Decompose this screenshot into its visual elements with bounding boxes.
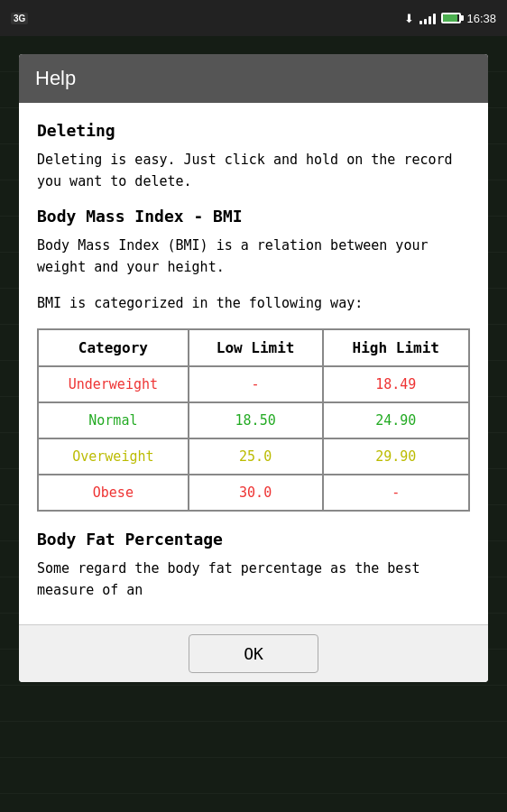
signal-bars	[419, 12, 436, 24]
col-header-category: Category	[38, 329, 189, 366]
bmi-heading: Body Mass Index - BMI	[37, 207, 470, 226]
table-row: Normal 18.50 24.90	[38, 402, 469, 438]
low-overweight: 25.0	[189, 438, 323, 475]
deleting-text: Deleting is easy. Just click and hold on…	[37, 149, 470, 192]
body-fat-heading: Body Fat Percentage	[37, 530, 470, 549]
dialog-footer: OK	[19, 624, 488, 682]
signal-bar-2	[424, 19, 427, 24]
table-row: Obese 30.0 -	[38, 475, 469, 511]
col-header-high: High Limit	[323, 329, 469, 366]
signal-bar-3	[429, 16, 431, 24]
status-bar: 3G ⬇ 16:38	[0, 0, 507, 36]
bmi-section: Body Mass Index - BMI Body Mass Index (B…	[37, 207, 470, 314]
battery-icon	[441, 13, 461, 23]
col-header-low: Low Limit	[189, 329, 323, 366]
dialog-overlay: Help Deleting Deleting is easy. Just cli…	[0, 36, 507, 812]
table-header-row: Category Low Limit High Limit	[38, 329, 469, 366]
high-underweight: 18.49	[323, 366, 469, 402]
table-row: Underweight - 18.49	[38, 366, 469, 402]
3g-icon: 3G	[11, 13, 28, 24]
low-obese: 30.0	[189, 475, 323, 511]
ok-button[interactable]: OK	[189, 634, 318, 673]
high-overweight: 29.90	[323, 438, 469, 475]
high-normal: 24.90	[323, 402, 469, 438]
bmi-text2: BMI is categorized in the following way:	[37, 292, 470, 314]
deleting-section: Deleting Deleting is easy. Just click an…	[37, 121, 470, 192]
low-underweight: -	[189, 366, 323, 402]
high-obese: -	[323, 475, 469, 511]
category-normal: Normal	[38, 402, 189, 438]
body-fat-text: Some regard the body fat percentage as t…	[37, 558, 470, 601]
category-overweight: Overweight	[38, 438, 189, 475]
dialog-header: Help	[19, 54, 488, 103]
status-right: ⬇ 16:38	[404, 12, 496, 25]
category-underweight: Underweight	[38, 366, 189, 402]
signal-bar-1	[419, 21, 422, 24]
dialog-content: Deleting Deleting is easy. Just click an…	[19, 103, 488, 624]
signal-bar-4	[433, 14, 436, 24]
body-fat-section: Body Fat Percentage Some regard the body…	[37, 530, 470, 601]
low-normal: 18.50	[189, 402, 323, 438]
download-icon: ⬇	[404, 12, 414, 25]
dialog-title: Help	[35, 67, 76, 89]
help-dialog: Help Deleting Deleting is easy. Just cli…	[19, 54, 488, 682]
category-obese: Obese	[38, 475, 189, 511]
bmi-table: Category Low Limit High Limit Underweigh…	[37, 328, 470, 512]
deleting-heading: Deleting	[37, 121, 470, 140]
status-left: 3G	[11, 13, 28, 24]
table-row: Overweight 25.0 29.90	[38, 438, 469, 475]
clock: 16:38	[466, 12, 496, 25]
bmi-text1: Body Mass Index (BMI) is a relation betw…	[37, 235, 470, 278]
battery-fill	[443, 14, 456, 22]
